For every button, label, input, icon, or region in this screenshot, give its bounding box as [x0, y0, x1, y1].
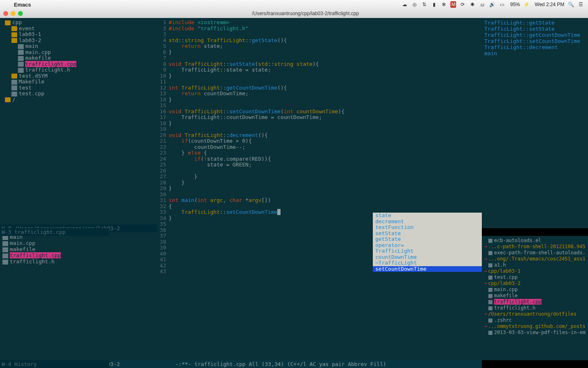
history-item[interactable]: a1.h — [484, 262, 586, 268]
tree-item[interactable]: main — [2, 43, 155, 49]
code-line[interactable] — [169, 103, 482, 109]
tree-item[interactable]: trafficlight.h — [2, 67, 155, 73]
completion-item[interactable]: TrafficLightc — [373, 248, 482, 254]
source-item[interactable]: main.cpp — [2, 240, 155, 246]
cloud-icon[interactable]: ☁ — [401, 1, 408, 8]
tree-item[interactable]: test.dSYM — [2, 73, 155, 79]
history-item[interactable]: −cpp/lab03-2 — [484, 280, 586, 287]
history-item[interactable]: exec-path-from-shell-autoloads. — [484, 250, 586, 256]
code-line[interactable]: } else { — [169, 150, 482, 156]
collapse-icon[interactable]: − — [484, 244, 487, 249]
code-line[interactable] — [169, 31, 482, 38]
history-item[interactable]: trafficlight.cpp — [484, 299, 586, 305]
method-item[interactable]: TrafficLight::setState — [484, 26, 586, 32]
code-line[interactable]: TrafficLight::countDownTime = countDownT… — [169, 114, 482, 121]
collapse-icon[interactable]: − — [484, 256, 487, 262]
code-line[interactable]: } — [169, 121, 482, 127]
code-line[interactable]: return state; — [169, 43, 482, 49]
completion-item[interactable]: setCountDownTimec — [373, 266, 482, 272]
history-pane[interactable]: ecb-autoloads.el−...c-path-from-shell-20… — [482, 236, 588, 360]
code-line[interactable]: return countDownTime; — [169, 91, 482, 97]
minimize-window-icon[interactable] — [11, 11, 16, 16]
collapse-icon[interactable]: − — [484, 311, 487, 317]
spotlight-icon[interactable]: 🔍 — [568, 1, 574, 8]
history-item[interactable]: main.cpp — [484, 287, 586, 293]
history-item[interactable]: ecb-autoloads.el — [484, 238, 586, 244]
tree-item[interactable]: makefile — [2, 55, 155, 61]
circle-icon[interactable]: ◎ — [411, 1, 418, 8]
collapse-icon[interactable]: − — [484, 323, 487, 329]
mail-icon[interactable]: M — [450, 1, 456, 8]
tree-item[interactable]: lab03-2 — [2, 38, 155, 44]
code-line[interactable]: } — [169, 97, 482, 103]
mac-menubar[interactable]: Emacs ☁ ◎ ⇅ ▮ ✻ M ⟳ ✱ ⚍ 🔊 ▭ 95% ⚡ Wed 2:… — [0, 0, 588, 9]
completion-item[interactable]: decrementc — [373, 219, 482, 225]
code-line[interactable]: void TrafficLight::decrement(){ — [169, 132, 482, 139]
tree-item[interactable]: main.cpp — [2, 49, 155, 56]
zoom-window-icon[interactable] — [18, 11, 23, 16]
history-item[interactable]: −/Users/tranxuantruong/dotfiles — [484, 311, 586, 317]
dropbox-icon[interactable]: ⇅ — [421, 1, 428, 8]
completion-item[interactable]: setStatec — [373, 231, 482, 237]
completion-popup[interactable]: statecdecrementctestFunctioncsetStatecge… — [373, 213, 482, 272]
window-titlebar[interactable]: /Users/tranxuantruong/cpp/lab03-2/traffi… — [0, 9, 588, 18]
history-item[interactable]: −...ommytxtruong.github.com/_posts — [484, 323, 586, 330]
history-item[interactable]: −cpp/lab03-1 — [484, 268, 586, 274]
tree-item[interactable]: test — [2, 85, 155, 91]
code-line[interactable]: } — [169, 186, 482, 192]
history-item[interactable]: 2013-03-03-view-pdf-files-in-em — [484, 330, 586, 336]
completion-item[interactable]: statec — [373, 213, 482, 219]
code-line[interactable]: if(countDownTime > 0){ — [169, 138, 482, 144]
code-line[interactable]: #include <iostream> — [169, 20, 482, 26]
history-item[interactable]: makefile — [484, 293, 586, 299]
code-line[interactable]: if(!state.compare(RED)){ — [169, 156, 482, 162]
code-line[interactable] — [169, 79, 482, 85]
code-line[interactable]: TrafficLight::state = state; — [169, 67, 482, 73]
source-item[interactable]: makefile — [2, 246, 155, 252]
method-item[interactable]: TrafficLight::getState — [484, 20, 586, 26]
completion-item[interactable]: operator=c — [373, 242, 482, 249]
code-line[interactable]: } — [169, 174, 482, 180]
asterisk-icon[interactable]: ✻ — [441, 1, 447, 8]
collapse-icon[interactable]: − — [484, 280, 487, 286]
completion-item[interactable]: countDownTimec — [373, 254, 482, 260]
completion-item[interactable]: testFunctionc — [373, 224, 482, 231]
source-item[interactable]: trafficlight.h — [2, 258, 155, 265]
code-line[interactable]: int main(int argc, char *argv[]) — [169, 197, 482, 204]
tree-item[interactable]: cpp — [2, 20, 155, 26]
method-item[interactable]: main — [484, 50, 586, 56]
folder-icon[interactable]: ▮ — [431, 1, 437, 8]
code-line[interactable]: void TrafficLight::setCountDownTime(int … — [169, 109, 482, 115]
clock-text[interactable]: Wed 2:24 PM — [535, 2, 564, 7]
editor-pane[interactable]: 1234567891011121314151617181920212223242… — [157, 18, 482, 360]
code-line[interactable] — [169, 168, 482, 174]
completion-item[interactable]: getStatec — [373, 236, 482, 242]
tree-item[interactable]: event — [2, 26, 155, 32]
code-line[interactable]: #include "trafficlight.h" — [169, 26, 482, 32]
tree-item[interactable]: / — [2, 97, 155, 103]
tree-item[interactable]: lab03-1 — [2, 31, 155, 38]
tree-item[interactable]: trafficlight.cpp — [2, 61, 155, 67]
code-line[interactable]: } — [169, 180, 482, 186]
method-item[interactable]: TrafficLight::setCountDownTime — [484, 38, 586, 44]
close-window-icon[interactable] — [3, 11, 8, 16]
code-line[interactable] — [169, 55, 482, 61]
collapse-icon[interactable]: − — [484, 268, 487, 274]
code-line[interactable] — [169, 192, 482, 198]
history-item[interactable]: test.cpp — [484, 274, 586, 280]
method-item[interactable]: TrafficLight::decrement — [484, 44, 586, 50]
code-line[interactable]: countDownTime--; — [169, 144, 482, 150]
menu-icon[interactable]: ☰ — [577, 1, 584, 8]
code-line[interactable]: { — [169, 204, 482, 210]
method-item[interactable]: TrafficLight::getCountDownTime — [484, 32, 586, 38]
code-line[interactable] — [169, 126, 482, 132]
code-line[interactable]: std::string TrafficLight::getState(){ — [169, 38, 482, 44]
history-item[interactable]: −...c-path-from-shell-20121108.945 — [484, 244, 586, 250]
methods-pane[interactable]: TrafficLight::getStateTrafficLight::setS… — [482, 18, 588, 228]
tree-item[interactable]: test.cpp — [2, 91, 155, 97]
wifi-icon[interactable]: ⚍ — [479, 1, 486, 8]
code-line[interactable]: void TrafficLight::setState(std::string … — [169, 61, 482, 67]
history-item[interactable]: .zshrc — [484, 317, 586, 323]
bluetooth-icon[interactable]: ✱ — [469, 1, 476, 8]
directory-tree-pane[interactable]: cppeventlab03-1lab03-2mainmain.cppmakefi… — [0, 18, 157, 228]
